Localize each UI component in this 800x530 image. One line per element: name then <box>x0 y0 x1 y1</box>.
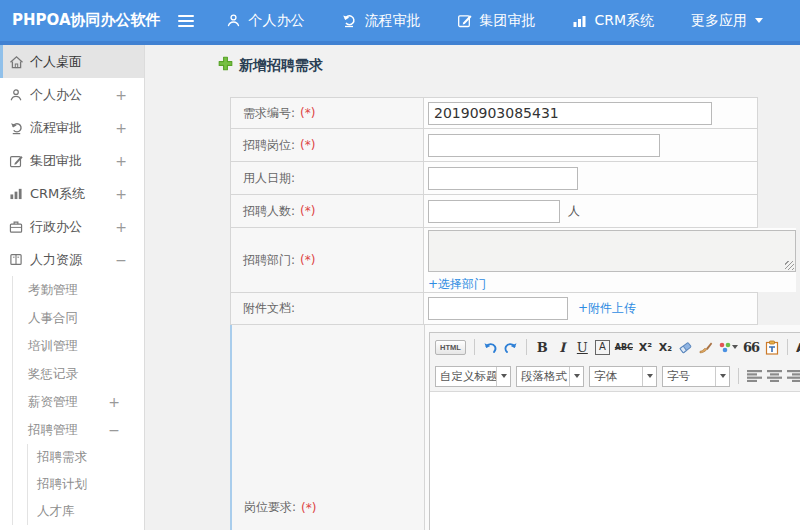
required-mark: (*) <box>301 501 316 515</box>
expand-toggle[interactable]: + <box>115 154 127 168</box>
chart-icon <box>8 187 24 200</box>
font-family-dropdown[interactable]: 字体 <box>589 366 657 387</box>
sidebar-item-workflow-approval[interactable]: 流程审批 + <box>0 111 144 144</box>
font-frame-button[interactable]: A <box>595 340 610 355</box>
toolbar-separator <box>526 339 527 355</box>
attachment-input[interactable] <box>428 297 568 320</box>
toolbar-separator <box>738 368 739 384</box>
paste-icon[interactable] <box>764 338 779 356</box>
align-right-icon[interactable] <box>787 367 800 385</box>
position-input[interactable] <box>428 134 660 157</box>
superscript-button[interactable]: X² <box>638 338 653 356</box>
redo-icon[interactable] <box>503 338 518 356</box>
align-center-icon[interactable] <box>767 367 782 385</box>
nav-personal-office[interactable]: 个人办公 <box>226 12 304 30</box>
hr-submenu: 考勤管理 人事合同 培训管理 奖惩记录 薪资管理+ 招聘管理− 招聘需求 招聘计… <box>12 276 144 525</box>
sidebar-item-label: 个人办公 <box>30 86 82 104</box>
rich-text-editor: HTML B I U A ABC X² X₂ <box>429 332 800 530</box>
form-row-department: 招聘部门:(*) +选择部门 <box>230 228 758 293</box>
select-department-link[interactable]: +选择部门 <box>428 276 486 293</box>
nav-label: CRM系统 <box>594 12 654 30</box>
eraser-icon[interactable] <box>678 338 693 356</box>
caret-down-icon <box>715 367 729 386</box>
required-mark: (*) <box>300 138 315 152</box>
nav-crm-system[interactable]: CRM系统 <box>572 12 654 30</box>
font-color-icon[interactable]: A <box>796 338 800 356</box>
expand-toggle[interactable]: + <box>115 121 127 135</box>
field-label: 需求编号:(*) <box>231 98 424 128</box>
caret-down-icon <box>755 18 763 23</box>
sidebar-item-attendance[interactable]: 考勤管理 <box>13 276 144 304</box>
sidebar-item-desktop[interactable]: 个人桌面 <box>0 45 144 78</box>
nav-workflow-approval[interactable]: 流程审批 <box>341 12 420 30</box>
hire-date-input[interactable] <box>428 167 578 190</box>
font-size-dropdown[interactable]: 字号 <box>662 366 730 387</box>
editor-toolbar-row1: HTML B I U A ABC X² X₂ <box>430 333 800 361</box>
headcount-input[interactable] <box>428 200 560 223</box>
html-source-button[interactable]: HTML <box>435 340 466 355</box>
form-row-requirements: 岗位要求:(*) HTML B I U A ABC X² <box>230 325 758 530</box>
editor-content-area[interactable] <box>430 391 800 530</box>
italic-button[interactable]: I <box>555 338 570 356</box>
paragraph-format-dropdown[interactable]: 段落格式 <box>516 366 584 387</box>
app-brand: PHPOA协同办公软件 <box>0 11 168 30</box>
person-icon <box>8 88 24 102</box>
sidebar-item-hr[interactable]: 人力资源 − <box>0 243 144 276</box>
sidebar-item-hr-contract[interactable]: 人事合同 <box>13 304 144 332</box>
undo-icon[interactable] <box>483 338 498 356</box>
person-icon <box>226 13 241 28</box>
page-title: 新增招聘需求 <box>239 57 323 75</box>
flow-icon <box>8 121 24 135</box>
sidebar: 个人桌面 个人办公 + 流程审批 + 集团审批 + CRM系统 + 行政办公 +… <box>0 45 145 530</box>
brush-icon[interactable] <box>698 338 713 356</box>
collapse-toggle[interactable]: − <box>108 423 120 437</box>
sidebar-item-personal-office[interactable]: 个人办公 + <box>0 78 144 111</box>
sidebar-item-salary[interactable]: 薪资管理+ <box>13 388 144 416</box>
sidebar-item-label: 个人桌面 <box>30 53 82 71</box>
request-no-input[interactable] <box>428 102 712 125</box>
menu-toggle-icon[interactable] <box>178 15 195 27</box>
nav-label: 流程审批 <box>364 12 420 30</box>
field-label: 附件文档: <box>231 293 424 324</box>
nav-more-apps[interactable]: 更多应用 <box>691 12 763 30</box>
sidebar-item-training[interactable]: 培训管理 <box>13 332 144 360</box>
expand-toggle[interactable]: + <box>115 187 127 201</box>
sidebar-item-crm[interactable]: CRM系统 + <box>0 177 144 210</box>
form-row-request-no: 需求编号:(*) <box>230 98 758 129</box>
recruit-request-form: 需求编号:(*) 招聘岗位:(*) 用人日期: 招聘人数:(*) <box>230 97 758 530</box>
custom-title-dropdown[interactable]: 自定义标题 <box>435 366 511 387</box>
collapse-toggle[interactable]: − <box>115 253 127 267</box>
top-navbar: PHPOA协同办公软件 个人办公 流程审批 集团审批 CRM系统 更多应用 <box>0 0 800 45</box>
sidebar-item-admin-office[interactable]: 行政办公 + <box>0 210 144 243</box>
editor-toolbar-row2: 自定义标题 段落格式 字体 字号 <box>430 361 800 391</box>
expand-toggle[interactable]: + <box>115 220 127 234</box>
main-content: 新增招聘需求 需求编号:(*) 招聘岗位:(*) 用人日期: <box>146 45 800 530</box>
add-icon <box>218 56 233 75</box>
subscript-button[interactable]: X₂ <box>658 338 673 356</box>
flow-icon <box>341 13 357 28</box>
bold-button[interactable]: B <box>535 338 550 356</box>
sidebar-item-label: 流程审批 <box>30 119 82 137</box>
sidebar-item-recruit-request[interactable]: 招聘需求 <box>28 444 144 471</box>
sidebar-item-recruitment[interactable]: 招聘管理− <box>13 416 144 444</box>
sidebar-item-label: 人力资源 <box>30 251 82 269</box>
sidebar-item-rewards[interactable]: 奖惩记录 <box>13 360 144 388</box>
palette-icon[interactable] <box>718 338 738 356</box>
field-label: 招聘岗位:(*) <box>231 129 424 161</box>
required-mark: (*) <box>300 204 315 218</box>
attachment-upload-link[interactable]: +附件上传 <box>578 300 636 317</box>
sidebar-item-recruit-plan[interactable]: 招聘计划 <box>28 471 144 498</box>
expand-toggle[interactable]: + <box>115 88 127 102</box>
align-left-icon[interactable] <box>747 367 762 385</box>
expand-toggle[interactable]: + <box>108 395 120 409</box>
blockquote-button[interactable]: 66 <box>743 338 759 356</box>
toolbar-separator <box>787 339 788 355</box>
briefcase-icon <box>8 220 24 233</box>
underline-button[interactable]: U <box>575 338 590 356</box>
sidebar-item-talent-pool[interactable]: 人才库 <box>28 498 144 525</box>
sidebar-item-group-approval[interactable]: 集团审批 + <box>0 144 144 177</box>
strikethrough-button[interactable]: ABC <box>615 338 633 356</box>
department-textarea[interactable] <box>428 230 796 272</box>
nav-group-approval[interactable]: 集团审批 <box>457 12 535 30</box>
recruitment-submenu: 招聘需求 招聘计划 人才库 <box>27 444 144 525</box>
